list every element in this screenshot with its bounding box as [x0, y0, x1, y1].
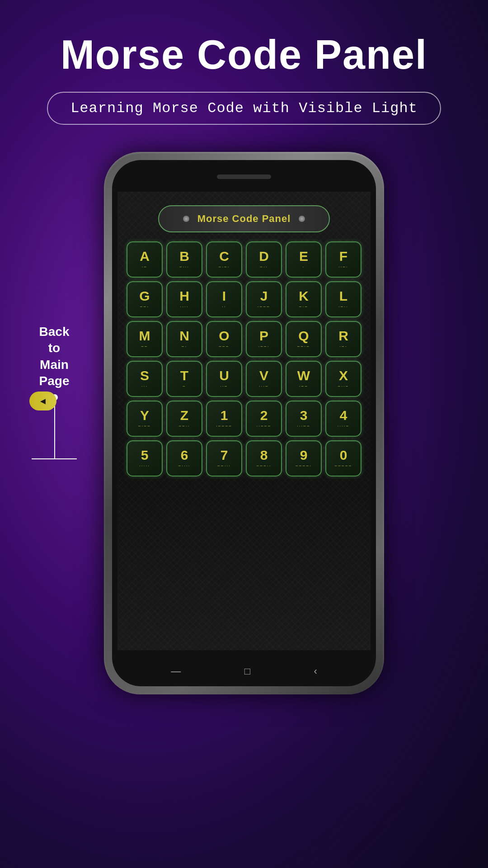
key-U[interactable]: U··−: [206, 361, 242, 397]
key-letter-A: A: [140, 250, 150, 263]
page-title: Morse Code Panel: [61, 32, 427, 78]
key-letter-4: 4: [340, 409, 347, 422]
key-morse-C: −·−·: [218, 264, 230, 269]
key-letter-S: S: [140, 369, 149, 382]
key-letter-K: K: [299, 289, 309, 303]
key-T[interactable]: T−: [166, 361, 202, 397]
key-morse-K: −·−: [299, 304, 308, 309]
key-V[interactable]: V···−: [246, 361, 282, 397]
key-9[interactable]: 9−−−−·: [286, 440, 322, 476]
key-R[interactable]: R·−·: [325, 321, 361, 357]
key-morse-6: −····: [178, 463, 191, 468]
key-letter-7: 7: [221, 448, 228, 462]
key-letter-D: D: [259, 250, 269, 263]
key-A[interactable]: A·−: [127, 241, 163, 278]
key-M[interactable]: M−−: [127, 321, 163, 357]
key-K[interactable]: K−·−: [286, 281, 322, 317]
key-morse-F: ··−·: [338, 264, 348, 269]
key-letter-E: E: [299, 250, 308, 263]
key-letter-B: B: [179, 250, 189, 263]
key-O[interactable]: O−−−: [206, 321, 242, 357]
key-letter-P: P: [259, 329, 268, 343]
key-2[interactable]: 2··−−−: [246, 401, 282, 437]
key-letter-9: 9: [300, 448, 308, 462]
key-W[interactable]: W·−−: [286, 361, 322, 397]
key-morse-D: −··: [260, 264, 267, 269]
key-letter-H: H: [179, 289, 189, 303]
key-letter-C: C: [219, 250, 229, 263]
key-morse-L: ·−··: [338, 304, 348, 309]
key-Y[interactable]: Y−·−−: [127, 401, 163, 437]
key-B[interactable]: B−···: [166, 241, 202, 278]
key-N[interactable]: N−·: [166, 321, 202, 357]
key-Q[interactable]: Q−−·−: [286, 321, 322, 357]
key-letter-5: 5: [141, 448, 149, 462]
key-morse-4: ····−: [338, 424, 350, 429]
key-C[interactable]: C−·−·: [206, 241, 242, 278]
key-H[interactable]: H····: [166, 281, 202, 317]
key-J[interactable]: J·−−−: [246, 281, 282, 317]
panel-bolt-right: [299, 216, 305, 222]
key-letter-J: J: [260, 289, 268, 303]
key-morse-U: ··−: [220, 384, 228, 389]
key-1[interactable]: 1·−−−−: [206, 401, 242, 437]
back-to-main-button[interactable]: ◄: [29, 392, 56, 410]
key-letter-Y: Y: [140, 409, 149, 422]
key-letter-3: 3: [300, 409, 308, 422]
key-G[interactable]: G−−·: [127, 281, 163, 317]
key-morse-H: ····: [180, 304, 188, 309]
key-P[interactable]: P·−−·: [246, 321, 282, 357]
key-letter-I: I: [222, 289, 226, 303]
key-E[interactable]: E·: [286, 241, 322, 278]
phone-inner: Morse Code Panel A·−B−···C−·−·D−··E·F··−…: [112, 160, 376, 686]
key-6[interactable]: 6−····: [166, 440, 202, 476]
key-morse-A: ·−: [142, 264, 148, 269]
key-7[interactable]: 7−−···: [206, 440, 242, 476]
key-L[interactable]: L·−··: [325, 281, 361, 317]
key-letter-W: W: [297, 369, 310, 382]
key-morse-P: ·−−·: [258, 344, 269, 349]
key-letter-T: T: [180, 369, 188, 382]
phone-outer-shell: Morse Code Panel A·−B−···C−·−·D−··E·F··−…: [104, 152, 384, 694]
key-morse-O: −−−: [219, 344, 230, 349]
key-morse-S: ···: [141, 384, 148, 389]
key-F[interactable]: F··−·: [325, 241, 361, 278]
key-letter-V: V: [259, 369, 268, 382]
keys-row-3: S···T−U··−V···−W·−−X−··−: [127, 361, 361, 397]
key-S[interactable]: S···: [127, 361, 163, 397]
key-I[interactable]: I··: [206, 281, 242, 317]
key-3[interactable]: 3···−−: [286, 401, 322, 437]
nav-back-icon[interactable]: □: [244, 665, 250, 677]
key-letter-Z: Z: [180, 409, 188, 422]
key-morse-T: −: [183, 384, 186, 389]
phone-mockup: Morse Code Panel A·−B−···C−·−·D−··E·F··−…: [104, 152, 384, 694]
nav-home-icon[interactable]: —: [171, 665, 181, 677]
key-8[interactable]: 8−−−··: [246, 440, 282, 476]
subtitle-text: Learning Morse Code with Visible Light: [70, 100, 418, 117]
key-4[interactable]: 4····−: [325, 401, 361, 437]
key-letter-8: 8: [260, 448, 268, 462]
key-letter-X: X: [339, 369, 348, 382]
key-morse-N: −·: [182, 344, 188, 349]
key-Z[interactable]: Z−−··: [166, 401, 202, 437]
key-0[interactable]: 0−−−−−: [325, 440, 361, 476]
key-letter-M: M: [139, 329, 150, 343]
key-D[interactable]: D−··: [246, 241, 282, 278]
key-5[interactable]: 5·····: [127, 440, 163, 476]
keys-row-0: A·−B−···C−·−·D−··E·F··−·: [127, 241, 361, 278]
key-morse-J: ·−−−: [258, 304, 270, 309]
nav-menu-icon[interactable]: ‹: [314, 665, 317, 677]
key-letter-G: G: [139, 289, 150, 303]
key-morse-V: ···−: [259, 384, 269, 389]
key-morse-0: −−−−−: [334, 463, 352, 468]
key-morse-2: ··−−−: [256, 424, 271, 429]
key-letter-Q: Q: [298, 329, 309, 343]
key-morse-I: ··: [222, 304, 226, 309]
key-X[interactable]: X−··−: [325, 361, 361, 397]
key-morse-Q: −−·−: [297, 344, 310, 349]
header-panel: Morse Code Panel: [158, 205, 330, 232]
key-morse-Y: −·−−: [138, 424, 151, 429]
key-morse-3: ···−−: [297, 424, 310, 429]
phone-screen: Morse Code Panel A·−B−···C−·−·D−··E·F··−…: [117, 192, 371, 650]
back-arrow-icon: ◄: [38, 396, 47, 406]
